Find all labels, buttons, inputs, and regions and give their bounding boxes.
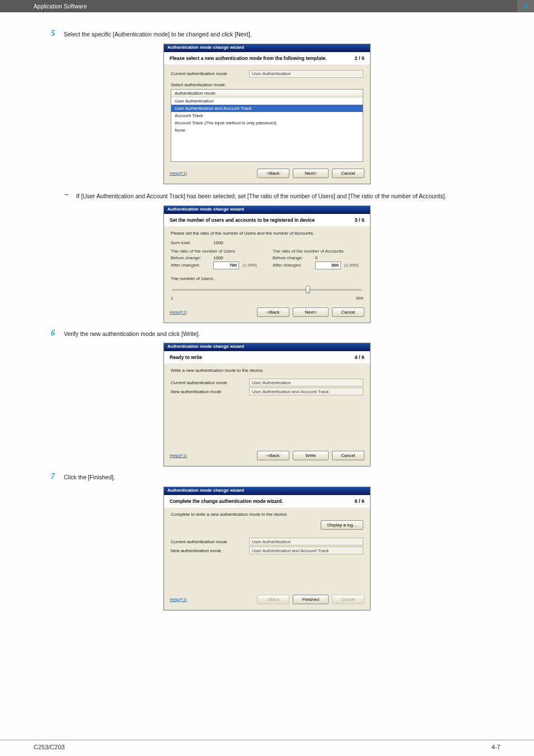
help-link[interactable]: Help(F1) (170, 597, 187, 602)
write-button[interactable]: Write (293, 451, 329, 460)
wizard-header-title: Set the number of users and accounts to … (170, 217, 315, 223)
step-6-text: Verify the new authentication mode and c… (64, 329, 200, 339)
wizard-titlebar: Authentication mode change wizard (164, 343, 370, 351)
users-after-input[interactable]: 700 (213, 262, 239, 269)
section-title: Application Software (34, 3, 87, 10)
current-auth-value: User Authentication (249, 538, 363, 545)
step-5-number: 5 (45, 29, 55, 39)
wizard-step-4: Authentication mode change wizard Ready … (163, 343, 371, 466)
after-change-label: After changed: (171, 263, 210, 268)
step-5a-text: If [User Authentication and Account Trac… (76, 191, 446, 201)
cancel-button[interactable]: Cancel (332, 451, 364, 460)
list-item[interactable]: User Authentication and Account Track (171, 105, 363, 112)
wizard-step-2: Authentication mode change wizard Please… (163, 44, 371, 184)
wizard-header-title: Please select a new authentication mode … (170, 55, 327, 61)
list-item[interactable]: User Authentication (171, 97, 363, 105)
list-item[interactable]: Account Track (The input method is only … (171, 119, 363, 127)
cancel-button: Cancel (332, 595, 364, 604)
range-hint: (1-999) (344, 263, 359, 268)
sub-dash: – (65, 191, 71, 201)
new-auth-value: User Authentication and Account Track (249, 547, 363, 554)
cancel-button[interactable]: Cancel (332, 169, 364, 178)
step-5-text: Select the specific [Authentication mode… (64, 29, 252, 39)
listbox-column-header: Authentication mode (171, 90, 363, 97)
after-change-label: After changed: (273, 263, 312, 268)
wizard-titlebar: Authentication mode change wizard (164, 487, 370, 495)
back-button[interactable]: <Back (257, 169, 289, 178)
before-change-label: Before change: (171, 255, 210, 260)
new-auth-label: New authentication mode (171, 389, 243, 394)
wizard-header-title: Ready to write (170, 354, 202, 360)
help-link[interactable]: Help(F1) (170, 453, 187, 458)
sum-total-value: 1000 (213, 240, 223, 245)
users-ratio-slider[interactable] (171, 283, 363, 297)
step-6-number: 6 (45, 329, 55, 339)
current-auth-label: Current authentication mode (171, 380, 243, 385)
wizard-pager: 2 / 6 (354, 55, 364, 61)
wizard-note: Write a new authentication mode to the d… (171, 368, 363, 373)
help-link[interactable]: Help(F1) (170, 310, 187, 315)
range-hint: (1-999) (242, 263, 257, 268)
step-7-text: Click the [Finished]. (64, 472, 115, 482)
accounts-after-input[interactable]: 300 (315, 262, 341, 269)
select-auth-label: Select authentication mode: (171, 82, 363, 87)
next-button[interactable]: Next> (293, 307, 329, 317)
accounts-before-value: 0 (315, 255, 317, 260)
list-item[interactable]: None (171, 127, 363, 134)
users-ratio-header: The ratio of the number of Users (171, 249, 261, 254)
wizard-note: Please set the ratio of the number of Us… (171, 231, 363, 236)
wizard-titlebar: Authentication mode change wizard (164, 206, 370, 214)
list-item[interactable]: Account Track (171, 112, 363, 119)
help-link[interactable]: Help(F1) (170, 171, 187, 176)
wizard-pager: 4 / 6 (354, 354, 364, 360)
auth-mode-listbox[interactable]: Authentication mode User Authentication … (171, 89, 363, 162)
back-button[interactable]: <Back (257, 307, 289, 317)
sum-total-label: Sum total: (171, 240, 210, 245)
current-auth-value: User Authentication (249, 379, 363, 386)
users-before-value: 1000 (213, 255, 223, 260)
wizard-titlebar: Authentication mode change wizard (164, 44, 370, 52)
wizard-header-title: Complete the change authentication mode … (170, 498, 283, 504)
current-auth-value: User Authentication (249, 70, 363, 78)
wizard-step-3: Authentication mode change wizard Set th… (163, 206, 371, 323)
back-button[interactable]: <Back (257, 451, 289, 460)
cancel-button[interactable]: Cancel (332, 307, 364, 317)
current-auth-label: Current authentication mode (171, 71, 243, 76)
display-log-button[interactable]: Display a log... (321, 520, 363, 530)
next-button[interactable]: Next> (293, 169, 329, 178)
step-7-number: 7 (45, 472, 55, 482)
new-auth-label: New authentication mode (171, 548, 243, 553)
accounts-ratio-header: The ratio of the number of Accounts (273, 249, 363, 254)
current-auth-label: Current authentication mode (171, 539, 243, 544)
back-button: <Back (257, 595, 289, 604)
new-auth-value: User Authentication and Account Track (249, 388, 363, 395)
slider-caption: The number of Users: (171, 276, 363, 281)
wizard-pager: 3 / 6 (354, 217, 364, 223)
before-change-label: Before change: (273, 255, 312, 260)
chapter-number-badge: 4 (517, 0, 534, 12)
finished-button[interactable]: Finished (293, 595, 329, 604)
wizard-pager: 6 / 6 (354, 498, 364, 504)
wizard-step-6: Authentication mode change wizard Comple… (163, 487, 371, 610)
wizard-note: Complete to write a new authentication m… (171, 512, 363, 517)
